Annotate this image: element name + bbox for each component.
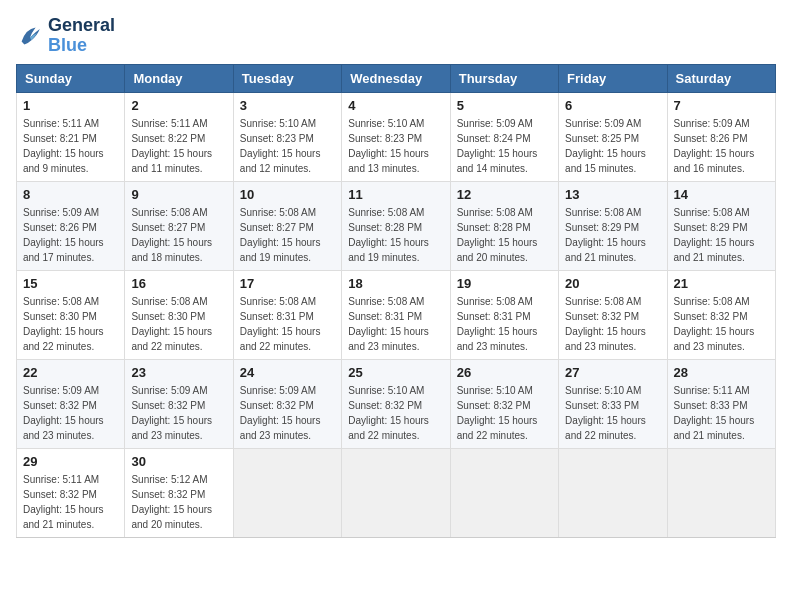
day-number: 18 xyxy=(348,276,443,291)
day-info: Sunrise: 5:11 AMSunset: 8:21 PMDaylight:… xyxy=(23,116,118,176)
day-number: 24 xyxy=(240,365,335,380)
day-number: 3 xyxy=(240,98,335,113)
calendar-cell: 23Sunrise: 5:09 AMSunset: 8:32 PMDayligh… xyxy=(125,359,233,448)
header-saturday: Saturday xyxy=(667,64,775,92)
calendar-cell xyxy=(450,448,558,537)
day-info: Sunrise: 5:08 AMSunset: 8:27 PMDaylight:… xyxy=(131,205,226,265)
day-info: Sunrise: 5:11 AMSunset: 8:33 PMDaylight:… xyxy=(674,383,769,443)
header-monday: Monday xyxy=(125,64,233,92)
day-info: Sunrise: 5:09 AMSunset: 8:25 PMDaylight:… xyxy=(565,116,660,176)
calendar-cell: 3Sunrise: 5:10 AMSunset: 8:23 PMDaylight… xyxy=(233,92,341,181)
calendar-cell: 18Sunrise: 5:08 AMSunset: 8:31 PMDayligh… xyxy=(342,270,450,359)
calendar-cell: 24Sunrise: 5:09 AMSunset: 8:32 PMDayligh… xyxy=(233,359,341,448)
day-info: Sunrise: 5:09 AMSunset: 8:26 PMDaylight:… xyxy=(674,116,769,176)
logo-line2: Blue xyxy=(48,36,115,56)
calendar-cell: 10Sunrise: 5:08 AMSunset: 8:27 PMDayligh… xyxy=(233,181,341,270)
header-sunday: Sunday xyxy=(17,64,125,92)
day-number: 20 xyxy=(565,276,660,291)
logo-icon xyxy=(16,22,44,50)
day-info: Sunrise: 5:08 AMSunset: 8:30 PMDaylight:… xyxy=(23,294,118,354)
logo: General Blue xyxy=(16,16,115,56)
calendar-cell: 14Sunrise: 5:08 AMSunset: 8:29 PMDayligh… xyxy=(667,181,775,270)
calendar-cell: 2Sunrise: 5:11 AMSunset: 8:22 PMDaylight… xyxy=(125,92,233,181)
day-info: Sunrise: 5:10 AMSunset: 8:23 PMDaylight:… xyxy=(240,116,335,176)
day-info: Sunrise: 5:12 AMSunset: 8:32 PMDaylight:… xyxy=(131,472,226,532)
day-info: Sunrise: 5:08 AMSunset: 8:31 PMDaylight:… xyxy=(457,294,552,354)
day-number: 1 xyxy=(23,98,118,113)
day-number: 26 xyxy=(457,365,552,380)
calendar-cell: 13Sunrise: 5:08 AMSunset: 8:29 PMDayligh… xyxy=(559,181,667,270)
day-number: 8 xyxy=(23,187,118,202)
calendar-cell: 25Sunrise: 5:10 AMSunset: 8:32 PMDayligh… xyxy=(342,359,450,448)
day-number: 19 xyxy=(457,276,552,291)
day-number: 6 xyxy=(565,98,660,113)
header-wednesday: Wednesday xyxy=(342,64,450,92)
header-thursday: Thursday xyxy=(450,64,558,92)
day-info: Sunrise: 5:10 AMSunset: 8:32 PMDaylight:… xyxy=(348,383,443,443)
day-number: 16 xyxy=(131,276,226,291)
day-info: Sunrise: 5:10 AMSunset: 8:23 PMDaylight:… xyxy=(348,116,443,176)
calendar-cell xyxy=(667,448,775,537)
day-info: Sunrise: 5:08 AMSunset: 8:27 PMDaylight:… xyxy=(240,205,335,265)
week-row-4: 22Sunrise: 5:09 AMSunset: 8:32 PMDayligh… xyxy=(17,359,776,448)
day-info: Sunrise: 5:08 AMSunset: 8:31 PMDaylight:… xyxy=(240,294,335,354)
day-number: 22 xyxy=(23,365,118,380)
header-row: SundayMondayTuesdayWednesdayThursdayFrid… xyxy=(17,64,776,92)
day-info: Sunrise: 5:08 AMSunset: 8:29 PMDaylight:… xyxy=(674,205,769,265)
day-number: 7 xyxy=(674,98,769,113)
day-number: 2 xyxy=(131,98,226,113)
day-info: Sunrise: 5:08 AMSunset: 8:28 PMDaylight:… xyxy=(457,205,552,265)
day-info: Sunrise: 5:08 AMSunset: 8:28 PMDaylight:… xyxy=(348,205,443,265)
day-number: 28 xyxy=(674,365,769,380)
day-number: 11 xyxy=(348,187,443,202)
day-number: 14 xyxy=(674,187,769,202)
calendar-cell: 6Sunrise: 5:09 AMSunset: 8:25 PMDaylight… xyxy=(559,92,667,181)
day-number: 21 xyxy=(674,276,769,291)
day-number: 10 xyxy=(240,187,335,202)
day-info: Sunrise: 5:08 AMSunset: 8:31 PMDaylight:… xyxy=(348,294,443,354)
day-number: 15 xyxy=(23,276,118,291)
header-friday: Friday xyxy=(559,64,667,92)
day-number: 29 xyxy=(23,454,118,469)
day-number: 13 xyxy=(565,187,660,202)
day-info: Sunrise: 5:09 AMSunset: 8:32 PMDaylight:… xyxy=(23,383,118,443)
calendar-cell: 15Sunrise: 5:08 AMSunset: 8:30 PMDayligh… xyxy=(17,270,125,359)
day-number: 5 xyxy=(457,98,552,113)
calendar-cell xyxy=(342,448,450,537)
calendar-cell: 12Sunrise: 5:08 AMSunset: 8:28 PMDayligh… xyxy=(450,181,558,270)
day-info: Sunrise: 5:08 AMSunset: 8:29 PMDaylight:… xyxy=(565,205,660,265)
week-row-5: 29Sunrise: 5:11 AMSunset: 8:32 PMDayligh… xyxy=(17,448,776,537)
day-number: 12 xyxy=(457,187,552,202)
calendar-table: SundayMondayTuesdayWednesdayThursdayFrid… xyxy=(16,64,776,538)
day-info: Sunrise: 5:08 AMSunset: 8:30 PMDaylight:… xyxy=(131,294,226,354)
calendar-cell: 1Sunrise: 5:11 AMSunset: 8:21 PMDaylight… xyxy=(17,92,125,181)
calendar-cell: 20Sunrise: 5:08 AMSunset: 8:32 PMDayligh… xyxy=(559,270,667,359)
day-number: 30 xyxy=(131,454,226,469)
day-number: 9 xyxy=(131,187,226,202)
calendar-cell: 29Sunrise: 5:11 AMSunset: 8:32 PMDayligh… xyxy=(17,448,125,537)
week-row-2: 8Sunrise: 5:09 AMSunset: 8:26 PMDaylight… xyxy=(17,181,776,270)
week-row-3: 15Sunrise: 5:08 AMSunset: 8:30 PMDayligh… xyxy=(17,270,776,359)
day-number: 25 xyxy=(348,365,443,380)
day-info: Sunrise: 5:09 AMSunset: 8:26 PMDaylight:… xyxy=(23,205,118,265)
calendar-cell: 11Sunrise: 5:08 AMSunset: 8:28 PMDayligh… xyxy=(342,181,450,270)
calendar-cell: 7Sunrise: 5:09 AMSunset: 8:26 PMDaylight… xyxy=(667,92,775,181)
day-info: Sunrise: 5:10 AMSunset: 8:32 PMDaylight:… xyxy=(457,383,552,443)
logo-line1: General xyxy=(48,16,115,36)
page-header: General Blue xyxy=(16,16,776,56)
day-number: 23 xyxy=(131,365,226,380)
week-row-1: 1Sunrise: 5:11 AMSunset: 8:21 PMDaylight… xyxy=(17,92,776,181)
day-number: 27 xyxy=(565,365,660,380)
day-info: Sunrise: 5:11 AMSunset: 8:32 PMDaylight:… xyxy=(23,472,118,532)
calendar-cell: 5Sunrise: 5:09 AMSunset: 8:24 PMDaylight… xyxy=(450,92,558,181)
header-tuesday: Tuesday xyxy=(233,64,341,92)
calendar-cell: 4Sunrise: 5:10 AMSunset: 8:23 PMDaylight… xyxy=(342,92,450,181)
calendar-cell: 19Sunrise: 5:08 AMSunset: 8:31 PMDayligh… xyxy=(450,270,558,359)
calendar-cell: 8Sunrise: 5:09 AMSunset: 8:26 PMDaylight… xyxy=(17,181,125,270)
day-info: Sunrise: 5:10 AMSunset: 8:33 PMDaylight:… xyxy=(565,383,660,443)
calendar-cell xyxy=(233,448,341,537)
calendar-cell: 16Sunrise: 5:08 AMSunset: 8:30 PMDayligh… xyxy=(125,270,233,359)
calendar-cell: 28Sunrise: 5:11 AMSunset: 8:33 PMDayligh… xyxy=(667,359,775,448)
day-info: Sunrise: 5:08 AMSunset: 8:32 PMDaylight:… xyxy=(674,294,769,354)
calendar-cell: 26Sunrise: 5:10 AMSunset: 8:32 PMDayligh… xyxy=(450,359,558,448)
